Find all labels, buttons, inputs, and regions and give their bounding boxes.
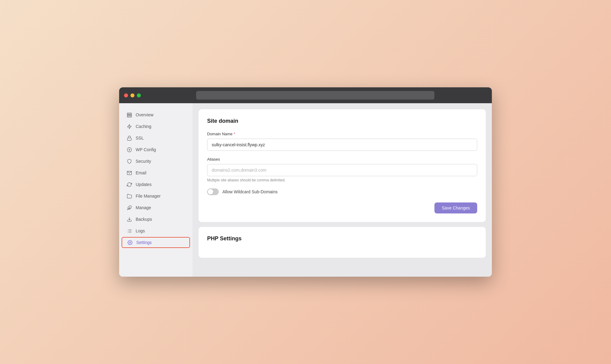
shield-icon — [126, 158, 132, 164]
wildcard-label: Allow Wildcard Sub-Domains — [222, 189, 278, 194]
php-settings-card: PHP Settings — [199, 227, 486, 258]
sidebar-item-wp-config[interactable]: WP Config — [119, 144, 192, 155]
php-settings-title: PHP Settings — [207, 235, 477, 242]
aliases-group: Aliases Multiple site aliases should be … — [207, 157, 477, 182]
sidebar-label-manage: Manage — [136, 205, 151, 210]
main-content: Site domain Domain Name * Aliases Multip… — [192, 103, 492, 277]
aliases-input[interactable] — [207, 164, 477, 176]
sidebar-label-email: Email — [136, 170, 146, 175]
app-window: Overview Caching SSL WP Config — [119, 87, 492, 277]
close-button[interactable] — [124, 93, 128, 97]
list-icon — [126, 228, 132, 234]
sidebar-label-ssl: SSL — [136, 136, 144, 140]
sidebar-item-updates[interactable]: Updates — [119, 179, 192, 190]
wordpress-icon — [126, 147, 132, 152]
sidebar-item-ssl[interactable]: SSL — [119, 133, 192, 144]
sidebar-item-file-manager[interactable]: File Manager — [119, 191, 192, 202]
sidebar-label-security: Security — [136, 159, 151, 164]
zap-icon — [126, 124, 132, 129]
save-changes-button[interactable]: Save Changes — [434, 202, 477, 213]
download-icon — [126, 217, 132, 222]
sidebar-item-caching[interactable]: Caching — [119, 121, 192, 132]
required-star: * — [234, 132, 235, 136]
sidebar-label-logs: Logs — [136, 228, 145, 233]
svg-point-15 — [129, 242, 130, 243]
domain-name-group: Domain Name * — [207, 132, 477, 151]
puzzle-icon — [126, 205, 132, 210]
address-bar[interactable] — [196, 91, 434, 100]
sidebar-label-wp-config: WP Config — [136, 147, 156, 152]
content-area: Overview Caching SSL WP Config — [119, 103, 492, 277]
sidebar: Overview Caching SSL WP Config — [119, 103, 192, 277]
lock-icon — [126, 135, 132, 141]
wildcard-toggle[interactable] — [207, 188, 219, 195]
aliases-label: Aliases — [207, 157, 477, 162]
domain-name-label: Domain Name * — [207, 132, 477, 136]
sidebar-label-caching: Caching — [136, 124, 151, 129]
domain-name-input[interactable] — [207, 139, 477, 151]
svg-rect-3 — [127, 138, 131, 140]
folder-icon — [126, 193, 132, 199]
sidebar-item-backups[interactable]: Backups — [119, 214, 192, 225]
maximize-button[interactable] — [137, 93, 141, 97]
refresh-icon — [126, 182, 132, 187]
svg-rect-0 — [127, 113, 131, 114]
site-domain-card: Site domain Domain Name * Aliases Multip… — [199, 109, 486, 222]
sidebar-item-security[interactable]: Security — [119, 156, 192, 167]
sidebar-label-file-manager: File Manager — [136, 194, 161, 198]
wildcard-toggle-row: Allow Wildcard Sub-Domains — [207, 188, 477, 195]
titlebar — [119, 87, 492, 103]
server-icon — [126, 112, 132, 118]
sidebar-item-settings[interactable]: Settings — [122, 237, 190, 248]
sidebar-label-overview: Overview — [136, 112, 153, 117]
sidebar-label-updates: Updates — [136, 182, 152, 187]
minimize-button[interactable] — [130, 93, 134, 97]
sidebar-item-logs[interactable]: Logs — [119, 225, 192, 236]
aliases-hint: Multiple site aliases should be comma de… — [207, 178, 477, 182]
svg-rect-2 — [127, 116, 131, 117]
mail-icon — [126, 170, 132, 176]
site-domain-title: Site domain — [207, 118, 477, 124]
sidebar-item-manage[interactable]: Manage — [119, 202, 192, 213]
sidebar-item-overview[interactable]: Overview — [119, 109, 192, 120]
settings-icon — [127, 240, 133, 245]
sidebar-item-email[interactable]: Email — [119, 167, 192, 178]
svg-rect-1 — [127, 115, 131, 116]
sidebar-label-backups: Backups — [136, 217, 152, 222]
site-domain-footer: Save Changes — [207, 202, 477, 213]
sidebar-label-settings: Settings — [136, 240, 152, 245]
